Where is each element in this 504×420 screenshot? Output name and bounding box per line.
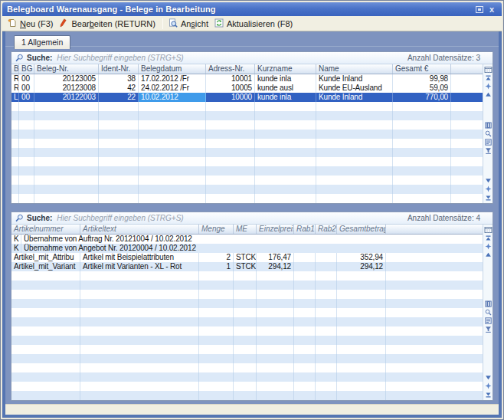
cell bbox=[199, 299, 234, 308]
cell bbox=[255, 111, 316, 120]
table-row-empty[interactable] bbox=[11, 308, 483, 317]
table-row-empty[interactable] bbox=[11, 345, 483, 354]
cell-filler bbox=[451, 74, 483, 84]
table-row-empty[interactable] bbox=[11, 372, 483, 382]
cell bbox=[34, 120, 99, 130]
column-header[interactable]: Beleg-Nr. bbox=[34, 64, 99, 74]
toolbar-button-bearbeiten-return[interactable]: Bearbeiten (RETURN) bbox=[57, 18, 159, 30]
cell-filler bbox=[386, 299, 483, 308]
table-row[interactable]: KÜbernahme von Angebot Nr. 20120004 / 10… bbox=[11, 244, 483, 253]
column-header[interactable]: Name bbox=[316, 64, 393, 74]
cell bbox=[337, 382, 386, 391]
scroll-top-icon[interactable] bbox=[484, 234, 493, 242]
table-row[interactable]: R00201230053817.02.2012 /Fr10001kunde in… bbox=[11, 74, 483, 84]
table-row-empty[interactable] bbox=[11, 130, 483, 139]
scroll-bottom-icon[interactable] bbox=[484, 390, 493, 399]
positions-panel: Suche:Hier Suchbegriff eingeben (STRG+S)… bbox=[11, 212, 493, 401]
close-icon[interactable]: x bbox=[486, 5, 497, 14]
table-row[interactable]: Artikel_mit_VariantArtikel mit Varianten… bbox=[11, 262, 483, 271]
new-document-icon bbox=[8, 18, 17, 29]
row-up-icon[interactable] bbox=[484, 242, 493, 251]
table-row-empty[interactable] bbox=[11, 194, 483, 203]
cell: kunde ausl bbox=[255, 84, 316, 93]
table-row-empty[interactable] bbox=[11, 336, 483, 345]
table-row-empty[interactable] bbox=[11, 363, 483, 372]
table-row-empty[interactable] bbox=[11, 111, 483, 120]
toolbar-button-aktualisieren-f8[interactable]: Aktualisieren (F8) bbox=[212, 18, 296, 30]
table-row-empty[interactable] bbox=[11, 166, 483, 176]
column-header[interactable]: Menge bbox=[199, 225, 234, 234]
table-row-empty[interactable] bbox=[11, 139, 483, 148]
tab-allgemein[interactable]: 1 Allgemein bbox=[14, 35, 70, 49]
scroll-top-icon[interactable] bbox=[484, 74, 493, 82]
column-chooser-icon[interactable] bbox=[484, 65, 493, 74]
cell bbox=[80, 299, 199, 308]
table-row-selected[interactable]: L00201220032210.02.201210000kunde inlaKu… bbox=[11, 93, 483, 102]
row-up-icon[interactable] bbox=[484, 82, 493, 90]
numbering-icon[interactable] bbox=[484, 138, 493, 146]
column-header[interactable]: BG bbox=[19, 64, 34, 74]
column-header[interactable]: ME bbox=[234, 225, 257, 234]
page-up-icon[interactable] bbox=[484, 251, 493, 259]
column-header-filler bbox=[451, 64, 483, 74]
table-row-empty[interactable] bbox=[11, 271, 483, 281]
table-row-empty[interactable] bbox=[11, 102, 483, 111]
table-search-bar[interactable]: Suche:Hier Suchbegriff eingeben (STRG+S)… bbox=[11, 212, 493, 225]
table-row-empty[interactable] bbox=[11, 317, 483, 326]
table-row-empty[interactable] bbox=[11, 185, 483, 194]
table-row-empty[interactable] bbox=[11, 290, 483, 299]
page-down-icon[interactable] bbox=[484, 373, 493, 382]
column-header[interactable]: Rab2% bbox=[316, 225, 337, 234]
row-down-icon[interactable] bbox=[484, 382, 493, 390]
column-header[interactable]: Gesamtbetrag bbox=[337, 225, 386, 234]
cell bbox=[257, 354, 294, 363]
cell bbox=[234, 363, 257, 372]
column-header[interactable]: Rab1% bbox=[294, 225, 316, 234]
toolbar-button-neu-f3[interactable]: Neu (F3) bbox=[5, 18, 57, 30]
table-row-empty[interactable] bbox=[11, 281, 483, 290]
table-row-empty[interactable] bbox=[11, 157, 483, 166]
page-up-icon[interactable] bbox=[484, 90, 493, 99]
table-row-empty[interactable] bbox=[11, 326, 483, 336]
numbering-icon[interactable] bbox=[484, 317, 493, 325]
cell: Kunde Inland bbox=[316, 74, 393, 84]
table-row[interactable]: R00201230084224.02.2012 /Fr10005kunde au… bbox=[11, 84, 483, 93]
table-row-empty[interactable] bbox=[11, 148, 483, 157]
table-search-bar[interactable]: Suche:Hier Suchbegriff eingeben (STRG+S)… bbox=[11, 52, 493, 64]
column-header[interactable]: Adress-Nr. bbox=[206, 64, 255, 74]
filter-icon[interactable] bbox=[484, 146, 493, 155]
column-header[interactable]: Ident-Nr. bbox=[99, 64, 139, 74]
record-count: Anzahl Datensätze: 3 bbox=[407, 54, 480, 62]
column-header[interactable]: Gesamt € bbox=[393, 64, 451, 74]
table-row-empty[interactable] bbox=[11, 391, 483, 400]
float-window-icon[interactable] bbox=[474, 5, 485, 14]
column-header[interactable]: Belegdatum bbox=[139, 64, 206, 74]
table-row[interactable]: KÜbernahme von Auftrag Nr. 20121004 / 10… bbox=[11, 235, 483, 244]
column-settings-icon[interactable] bbox=[484, 121, 493, 130]
table-row-empty[interactable] bbox=[11, 299, 483, 308]
page-down-icon[interactable] bbox=[484, 176, 493, 185]
filter-icon[interactable] bbox=[484, 325, 493, 333]
table-row-empty[interactable] bbox=[11, 120, 483, 130]
search-zoom-icon[interactable] bbox=[484, 130, 493, 138]
search-zoom-icon[interactable] bbox=[484, 308, 493, 317]
column-header[interactable]: B bbox=[11, 64, 19, 74]
cell bbox=[11, 336, 80, 345]
scroll-bottom-icon[interactable] bbox=[484, 193, 493, 202]
column-header[interactable]: Artikelnummer bbox=[11, 225, 80, 234]
title-bar[interactable]: Belegboard Warenausgang - Belege in Bear… bbox=[2, 2, 502, 16]
cell bbox=[19, 102, 34, 111]
column-chooser-icon[interactable] bbox=[484, 225, 493, 234]
table-row-empty[interactable] bbox=[11, 382, 483, 391]
table-row-empty[interactable] bbox=[11, 176, 483, 185]
table-row[interactable]: Artikel_mit_AttribuArtikel mit Beispiela… bbox=[11, 253, 483, 262]
column-header[interactable]: Kurzname bbox=[255, 64, 316, 74]
row-down-icon[interactable] bbox=[484, 185, 493, 193]
cell: 99,98 bbox=[393, 74, 451, 84]
toolbar-button-ansicht[interactable]: Ansicht bbox=[166, 18, 212, 30]
cell: 59,09 bbox=[393, 84, 451, 93]
column-header[interactable]: Artikeltext bbox=[80, 225, 199, 234]
table-row-empty[interactable] bbox=[11, 354, 483, 363]
column-header[interactable]: Einzelpreis bbox=[257, 225, 294, 234]
column-settings-icon[interactable] bbox=[484, 300, 493, 308]
